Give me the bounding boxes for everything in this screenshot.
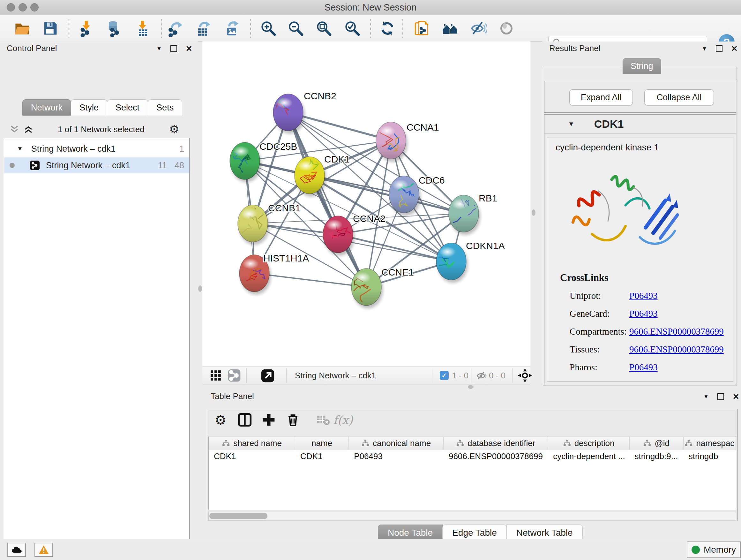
node-CCNE1[interactable] [345,268,383,308]
expand-all-icon[interactable] [23,125,33,133]
export-network-icon[interactable] [167,20,185,37]
table-cell[interactable]: stringdb [684,450,736,462]
gene-collapse-icon[interactable]: ▼ [568,120,575,128]
tab-select[interactable]: Select [107,99,148,116]
add-column-icon[interactable] [260,412,277,428]
toolbar-separator [402,19,403,38]
warnings-button[interactable] [35,543,53,557]
zoom-out-icon[interactable] [287,20,305,37]
tree-expand-icon[interactable]: ▼ [17,145,23,152]
node-count: 11 [158,161,167,171]
cloud-button[interactable] [7,543,26,557]
hide-panels-icon[interactable] [470,20,487,37]
preview-icon[interactable] [498,20,515,37]
node-CCNA2[interactable] [323,216,354,256]
import-network-database-icon[interactable] [105,20,122,37]
zoom-selected-icon[interactable] [344,20,361,37]
node-CDK1[interactable] [294,157,326,197]
network-row[interactable]: String Network – cdk1 11 48 [4,158,189,173]
column-header-name[interactable]: name [295,436,349,450]
toolbar-separator [69,19,69,38]
zoom-in-icon[interactable] [260,20,277,37]
node-CCNB2[interactable] [263,94,305,134]
crosslink-label: Compartments: [569,326,627,337]
close-panel-icon[interactable]: ✕ [186,46,192,51]
import-table-file-icon[interactable] [134,20,151,37]
crosslink-link[interactable]: P06493 [629,362,658,373]
collapse-all-icon[interactable] [10,125,19,133]
column-header-canonical-name[interactable]: canonical name [349,436,444,450]
network-options-gear-icon[interactable]: ⚙ [169,123,179,136]
export-table-icon[interactable] [195,20,212,37]
float-panel-icon[interactable] [718,393,724,400]
table-options-gear-icon[interactable]: ⚙ [212,412,229,428]
function-builder-icon[interactable]: f(x) [335,412,351,428]
tab-network[interactable]: Network [22,99,71,116]
crosslink-label: Uniprot: [569,291,601,301]
close-panel-icon[interactable]: ✕ [731,46,738,51]
crosslink-link[interactable]: 9606.ENSP00000378699 [629,326,724,337]
float-panel-icon[interactable] [171,45,177,52]
column-header-@id[interactable]: @id [630,436,684,450]
table-cell[interactable]: 9606.ENSP00000378699 [444,450,548,462]
table-horizontal-scrollbar[interactable] [208,512,736,521]
hidden-eye-slash-icon[interactable] [475,370,488,382]
table-cell[interactable]: CDK1 [295,450,349,462]
import-network-file-icon[interactable] [78,20,95,37]
expand-all-button[interactable]: Expand All [569,89,633,105]
table-cell[interactable]: cyclin-dependent ... [548,450,629,462]
manage-networks-icon[interactable] [414,20,431,37]
horizontal-splitter-handle[interactable] [468,385,474,389]
results-panel: Results Panel ▼ ✕ String Expand All Coll… [542,42,741,389]
memory-button[interactable]: Memory [687,542,741,558]
table-row[interactable]: CDK1CDK1P064939606.ENSP00000378699cyclin… [209,450,736,462]
panel-menu-icon[interactable]: ▼ [703,394,709,400]
scrollbar-thumb[interactable] [209,513,267,519]
delete-column-icon[interactable] [285,412,301,428]
zoom-fit-icon[interactable] [315,20,333,37]
close-panel-icon[interactable]: ✕ [733,394,739,399]
right-splitter-handle[interactable] [532,209,536,216]
gene-section: ▼ CDK1 cyclin-dependent kinase 1 [544,114,736,385]
crosslink-label: Pharos: [569,362,597,373]
crosslink-link[interactable]: P06493 [629,291,658,301]
selected-checkbox-icon[interactable]: ✓ [440,371,449,380]
export-image-icon[interactable] [223,20,241,37]
crosslink-link[interactable]: 9606.ENSP00000378699 [629,344,724,355]
panel-menu-icon[interactable]: ▼ [702,46,707,52]
network-collection-row[interactable]: ▼ String Network – cdk1 1 [4,141,189,157]
table-cell[interactable]: stringdb:9... [630,450,684,462]
tab-style[interactable]: Style [71,99,107,116]
gene-header[interactable]: ▼ CDK1 [544,115,736,133]
birds-eye-grid-icon[interactable] [209,368,223,382]
tab-sets[interactable]: Sets [148,99,182,116]
detach-view-icon[interactable] [260,368,275,383]
node-CDKN1A[interactable] [428,243,468,283]
refresh-view-icon[interactable] [379,20,396,37]
tab-string[interactable]: String [623,58,661,74]
node-RB1[interactable] [445,195,480,235]
column-header-shared-name[interactable]: shared name [209,436,295,450]
open-session-icon[interactable] [13,20,30,37]
table-cell[interactable]: CDK1 [209,450,295,462]
node-CCNB1[interactable] [236,204,269,245]
fit-content-crosshair-icon[interactable] [518,368,532,383]
network-overview-icon[interactable] [227,368,241,382]
float-panel-icon[interactable] [716,45,723,52]
save-session-icon[interactable] [42,20,59,37]
edge-HIST1H1A-CCNE1[interactable] [254,273,366,287]
column-header-namespac[interactable]: namespac [684,436,736,450]
crosslink-link[interactable]: P06493 [629,308,658,319]
collapse-all-button[interactable]: Collapse All [644,89,714,105]
delete-table-icon[interactable] [315,412,331,428]
home-icon[interactable] [442,20,459,37]
column-header-database-identifier[interactable]: database identifier [444,436,548,450]
table-cell[interactable]: P06493 [349,450,444,462]
node-CCNA1[interactable] [376,122,408,162]
panel-menu-icon[interactable]: ▼ [156,46,162,52]
left-splitter-handle[interactable] [198,286,202,292]
node-CDC6[interactable] [389,176,421,216]
show-columns-icon[interactable] [237,412,253,428]
column-header-description[interactable]: description [548,436,629,450]
network-canvas[interactable]: CCNB2CCNA1CDC25BCDK1CDC6RB1CCNB1CCNA2CDK… [202,42,530,367]
